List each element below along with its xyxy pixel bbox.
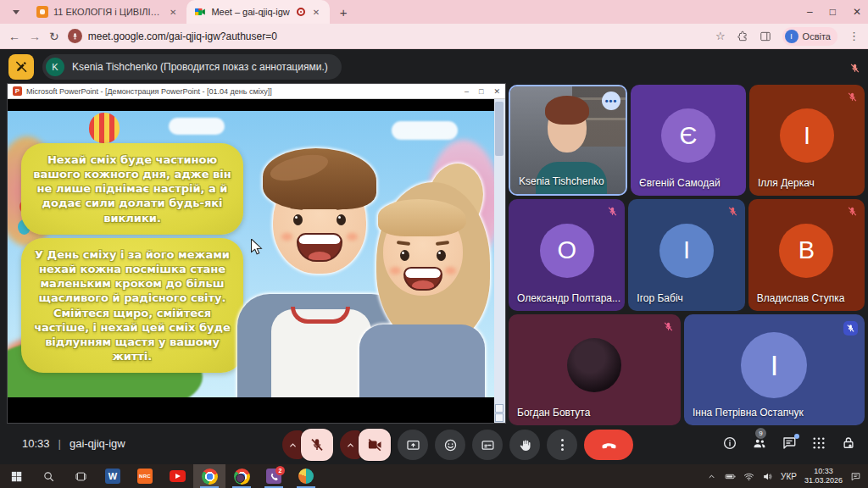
window-maximize-button[interactable]: □: [830, 6, 836, 18]
reactions-button[interactable]: [435, 430, 465, 460]
camera-off-button[interactable]: [359, 429, 391, 461]
participant-name: Олександр Полтара...: [517, 292, 620, 304]
extension-icon[interactable]: [737, 30, 748, 42]
volume-icon[interactable]: [762, 471, 773, 482]
window-minimize-button[interactable]: –: [807, 6, 813, 18]
ppt-maximize-button[interactable]: □: [479, 87, 483, 96]
wifi-icon[interactable]: [743, 471, 754, 482]
ppt-scroll-button[interactable]: [495, 413, 504, 422]
ppt-scrollbar[interactable]: [494, 99, 505, 423]
participant-tile[interactable]: І Ілля Деркач: [749, 85, 865, 196]
taskbar-clock[interactable]: 10:33 31.03.2026: [804, 467, 843, 486]
taskbar-app[interactable]: [290, 464, 322, 488]
app-icon: [298, 469, 314, 484]
cloud: [169, 118, 225, 135]
meeting-info: 10:33 | gai-qjiq-igw: [22, 437, 125, 450]
more-options-button[interactable]: [547, 430, 577, 460]
avatar: І: [780, 108, 834, 163]
ppt-minimize-button[interactable]: –: [465, 87, 469, 96]
meeting-details-icon[interactable]: [722, 435, 737, 451]
participant-name: Ігор Бабіч: [637, 292, 682, 304]
side-panel-icon[interactable]: [760, 30, 771, 42]
presenter-pill[interactable]: K Ksenia Tishchenko (Проводится показ с …: [42, 54, 342, 80]
taskbar-chrome-active[interactable]: [193, 464, 225, 488]
word-icon: W: [105, 469, 120, 484]
mic-off-button[interactable]: [301, 429, 333, 461]
tab-close-icon[interactable]: ✕: [310, 7, 322, 18]
presenter-banner: K Ksenia Tishchenko (Проводится показ с …: [8, 54, 342, 80]
annotation-off-icon[interactable]: [8, 54, 34, 80]
participant-tile[interactable]: В Владислав Ступка: [748, 199, 865, 310]
tab-meet[interactable]: Meet – gai-qjiq-igw ✕: [186, 0, 330, 24]
kebab-icon: [561, 439, 564, 451]
profile-chip[interactable]: І Освіта: [782, 27, 837, 46]
action-center-icon[interactable]: [850, 471, 861, 482]
ppt-close-button[interactable]: ✕: [493, 87, 500, 96]
tab-close-icon[interactable]: ✕: [167, 7, 179, 18]
taskbar-search-button[interactable]: [32, 464, 64, 488]
avatar: [567, 338, 621, 392]
reload-icon[interactable]: ↻: [49, 30, 59, 43]
battery-icon[interactable]: [725, 471, 736, 482]
taskbar-nrc[interactable]: NRC: [129, 464, 161, 488]
participant-tile[interactable]: І Ігор Бабіч: [628, 199, 744, 310]
language-indicator[interactable]: УКР: [781, 472, 797, 481]
recording-indicator-icon: [297, 8, 305, 16]
chat-icon[interactable]: [782, 435, 797, 451]
youtube-icon: [170, 470, 186, 482]
participant-tile[interactable]: Богдан Бовтута: [509, 314, 681, 425]
classroom-favicon: [36, 6, 48, 18]
url-text[interactable]: meet.google.com/gai-qjiq-igw?authuser=0: [88, 30, 277, 42]
task-view-button[interactable]: [64, 464, 97, 488]
ppt-scroll-button[interactable]: [495, 404, 504, 413]
participant-name: Інна Петрівна Остапчук: [693, 407, 804, 419]
participant-tile[interactable]: Є Євгеній Самодай: [631, 85, 746, 196]
start-button[interactable]: [0, 464, 32, 488]
nrc-icon: NRC: [137, 469, 153, 484]
avatar: В: [779, 224, 833, 278]
tile-options-icon[interactable]: •••: [602, 92, 620, 110]
address-bar[interactable]: meet.google.com/gai-qjiq-igw?authuser=0: [68, 29, 707, 43]
participant-tile[interactable]: І Інна Петрівна Остапчук: [684, 314, 865, 425]
activities-icon[interactable]: [811, 435, 826, 451]
taskbar-chrome-profile2[interactable]: [225, 464, 258, 488]
taskbar-viber[interactable]: 2: [258, 464, 290, 488]
chat-notification-dot: [794, 434, 799, 439]
participant-tile-ksenia[interactable]: ••• Ksenia Tishchenko: [509, 85, 627, 196]
toolbar-right: ☆ І Освіта ⋮: [715, 27, 860, 46]
mic-in-use-icon: [68, 29, 82, 43]
mic-off-icon: [843, 321, 858, 336]
search-icon: [42, 470, 55, 483]
mic-off-icon: [727, 206, 738, 217]
window-close-button[interactable]: ✕: [853, 6, 861, 18]
back-icon[interactable]: ←: [8, 30, 20, 43]
chrome-icon: [202, 469, 218, 485]
tab-title: Meet – gai-qjiq-igw: [211, 7, 289, 17]
tab-ecology[interactable]: 11 ЕКОЛОГІЯ і ЦИВІЛІЗАЦІЯ 2 ✕: [29, 0, 186, 24]
ppt-scrollbar-thumb[interactable]: [495, 102, 504, 156]
end-call-button[interactable]: [584, 430, 633, 460]
taskbar-youtube[interactable]: [161, 464, 193, 488]
bookmark-star-icon[interactable]: ☆: [715, 30, 726, 42]
kids-illustration: [237, 148, 493, 397]
captions-button[interactable]: [472, 430, 503, 460]
meet-favicon: [194, 6, 206, 18]
avatar: І: [659, 224, 714, 278]
meeting-time: 10:33: [22, 437, 50, 450]
present-button[interactable]: [398, 430, 428, 460]
taskbar-word[interactable]: W: [97, 464, 129, 488]
people-icon[interactable]: 9: [752, 435, 767, 451]
forward-icon[interactable]: →: [29, 30, 41, 43]
avatar: І: [741, 332, 807, 398]
new-tab-button[interactable]: +: [333, 2, 353, 22]
host-controls-icon[interactable]: [841, 435, 856, 451]
screen: 11 ЕКОЛОГІЯ і ЦИВІЛІЗАЦІЯ 2 ✕ Meet – gai…: [0, 0, 868, 488]
participant-tile[interactable]: О Олександр Полтара...: [509, 199, 625, 310]
tab-search-button[interactable]: [7, 3, 25, 21]
banner-mic-off-icon: [849, 62, 860, 77]
tray-chevron-icon[interactable]: [706, 471, 717, 482]
participant-name: Євгеній Самодай: [639, 177, 721, 189]
browser-menu-icon[interactable]: ⋮: [849, 30, 860, 42]
girl-face: [383, 208, 463, 296]
raise-hand-button[interactable]: [509, 430, 540, 460]
